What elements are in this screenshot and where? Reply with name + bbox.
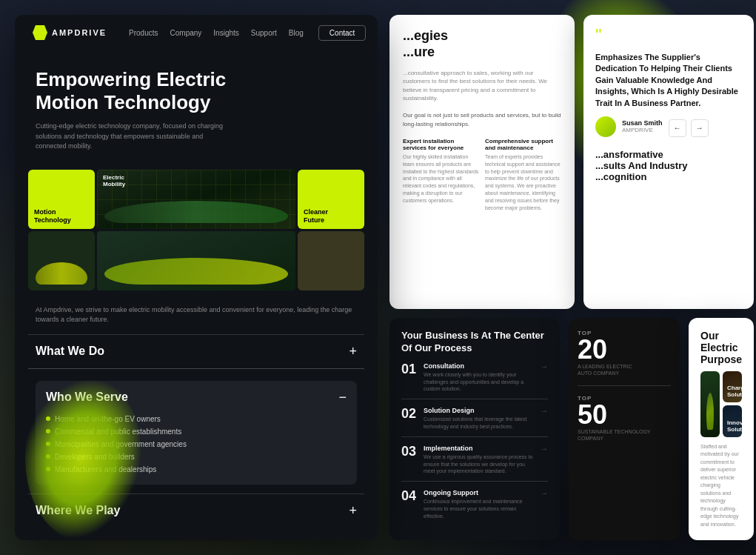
nav-link-products[interactable]: Products	[129, 29, 158, 37]
panel-awards: TOP 20 A LEADING ELECTRICAUTO COMPANY TO…	[569, 318, 680, 540]
grid-cell-cleaner: CleanerFuture	[298, 170, 364, 229]
service-title-1: Comprehensive support and maintenance	[485, 138, 561, 151]
author-avatar	[595, 116, 616, 137]
hero-subtitle: Cutting-edge electric technology company…	[36, 122, 228, 152]
step-number-0: 01	[401, 362, 416, 376]
panel-purpose: Our Electric Purpose ChargingSolutions I…	[689, 318, 754, 540]
step-number-2: 03	[401, 445, 416, 458]
step-title-3: Ongoing Support	[424, 489, 533, 496]
nav-link-blog[interactable]: Blog	[289, 29, 304, 37]
step-arrow-2: →	[541, 445, 548, 453]
author-details: Susan Smith AMPDRIVE	[622, 119, 663, 133]
accordion-header-what[interactable]: What We Do +	[36, 344, 357, 359]
grid-label-motion: MotionTechnology	[34, 208, 71, 225]
nav-links: Products Company Insights Support Blog	[129, 29, 304, 37]
purpose-img-car	[700, 371, 720, 437]
right-bottom-row: Your Business Is At The Center Of Our Pr…	[389, 318, 754, 540]
step-title-0: Consultation	[424, 362, 533, 370]
service-item-0: Expert installation services for everyon…	[403, 138, 479, 211]
award-1: TOP 50 SUSTAINABLE TECHNOLOGYCOMPANY	[578, 395, 651, 442]
purpose-img-charge: ChargingSolutions	[723, 371, 742, 402]
panel-strategies: ...egies...ure ...consultative approach …	[389, 15, 575, 309]
author-role: AMPDRIVE	[622, 127, 663, 133]
award-number-1: 50	[578, 402, 651, 428]
step-number-1: 02	[401, 407, 416, 420]
interior-label: InnovativeSolutions	[727, 419, 742, 433]
award-number-0: 20	[578, 336, 632, 363]
grid-cell-bottom-left	[28, 231, 95, 290]
step-content-1: Solution Design Customized solutions tha…	[424, 407, 533, 431]
award-0: TOP 20 A LEADING ELECTRICAUTO COMPANY	[578, 330, 632, 376]
process-step-1: 02 Solution Design Customized solutions …	[401, 407, 548, 437]
process-step-2: 03 Implementation We use a rigorous qual…	[401, 445, 548, 482]
contact-button[interactable]: Contact	[318, 25, 366, 41]
process-title: Your Business Is At The Center Of Our Pr…	[401, 330, 548, 355]
panel-testimonial: " Emphasizes The Supplier's Dedication T…	[583, 15, 754, 309]
quote-icon: "	[595, 27, 742, 44]
step-number-3: 04	[401, 489, 416, 502]
nav-link-company[interactable]: Company	[170, 29, 202, 37]
step-arrow-0: →	[541, 362, 548, 370]
accordion-title-what: What We Do	[36, 345, 104, 358]
hero-section: Empowering ElectricMotion Technology Cut…	[15, 50, 378, 161]
step-desc-1: Customized solutions that leverage the l…	[424, 416, 533, 431]
author-info: Susan Smith AMPDRIVE ← →	[595, 116, 742, 137]
step-content-3: Ongoing Support Continuous improvement a…	[424, 489, 533, 519]
charge-label: ChargingSolutions	[727, 385, 742, 398]
transformative-title: ...ansformative...sults And Industry...c…	[595, 149, 742, 182]
step-title-1: Solution Design	[424, 407, 533, 414]
process-step-0: 01 Consultation We work closely with you…	[401, 362, 548, 399]
testimonial-text: Emphasizes The Supplier's Dedication To …	[595, 52, 742, 109]
grid-sub-car	[97, 231, 295, 290]
step-arrow-1: →	[541, 407, 548, 415]
grid-center: ElectricMobility	[97, 170, 295, 290]
electric-label: ElectricMobility	[103, 174, 125, 187]
grid-cell-motion: MotionTechnology	[28, 170, 95, 229]
strategies-body: Our goal is not just to sell products an…	[403, 111, 561, 129]
panel-process: Your Business Is At The Center Of Our Pr…	[389, 318, 560, 540]
step-content-0: Consultation We work closely with you to…	[424, 362, 533, 393]
testimonial-nav: ← →	[669, 119, 709, 137]
step-desc-0: We work closely with you to identify you…	[424, 371, 533, 393]
accordion-icon-where: +	[349, 503, 357, 519]
right-panels: ...egies...ure ...consultative approach …	[389, 15, 754, 540]
logo-text: AMPDRIVE	[52, 28, 107, 37]
image-grid: MotionTechnology ElectricMobility	[28, 170, 364, 290]
mission-text: At Ampdrive, we strive to make electric …	[15, 299, 378, 334]
step-arrow-3: →	[541, 489, 548, 497]
accordion-item-what: What We Do +	[28, 334, 364, 368]
process-step-3: 04 Ongoing Support Continuous improvemen…	[401, 489, 548, 525]
nav-logo: AMPDRIVE	[33, 25, 107, 40]
award-badge-0: TOP 20 A LEADING ELECTRICAUTO COMPANY	[578, 330, 671, 376]
purpose-images: ChargingSolutions InnovativeSolutions	[700, 371, 742, 437]
right-top-row: ...egies...ure ...consultative approach …	[389, 15, 754, 309]
award-divider	[578, 385, 671, 386]
next-arrow[interactable]: →	[691, 119, 709, 137]
cleaner-label: CleanerFuture	[304, 208, 328, 225]
strategies-subtitle: ...consultative approach to sales, worki…	[403, 69, 561, 102]
purpose-text: Staffed and motivated by our commitment …	[700, 443, 742, 529]
purpose-img-interior: InnovativeSolutions	[723, 405, 742, 436]
purpose-title: Our Electric Purpose	[700, 330, 742, 365]
strategies-title: ...egies...ure	[403, 28, 561, 60]
service-title-0: Expert installation services for everyon…	[403, 138, 479, 151]
step-content-2: Implementation We use a rigorous quality…	[424, 445, 533, 475]
service-desc-0: Our highly skilled installation team ens…	[403, 153, 479, 205]
prev-arrow[interactable]: ←	[669, 119, 686, 137]
step-desc-2: We use a rigorous quality assurance proc…	[424, 453, 533, 475]
accordion-icon-who: −	[338, 390, 347, 405]
navbar: AMPDRIVE Products Company Insights Suppo…	[15, 15, 378, 50]
award-desc-0: A LEADING ELECTRICAUTO COMPANY	[578, 363, 632, 376]
grid-sub-electric: ElectricMobility	[97, 170, 295, 229]
nav-link-insights[interactable]: Insights	[213, 29, 238, 37]
logo-icon	[33, 25, 47, 40]
service-desc-1: Team of experts provides technical suppo…	[485, 153, 561, 211]
grid-cell-drone	[298, 231, 364, 290]
service-item-1: Comprehensive support and maintenance Te…	[485, 138, 561, 211]
hero-title: Empowering ElectricMotion Technology	[36, 68, 357, 114]
services-grid: Expert installation services for everyon…	[403, 138, 561, 211]
nav-link-support[interactable]: Support	[251, 29, 277, 37]
step-title-2: Implementation	[424, 445, 533, 452]
step-desc-3: Continuous improvement and maintenance s…	[424, 498, 533, 519]
author-name: Susan Smith	[622, 119, 663, 127]
